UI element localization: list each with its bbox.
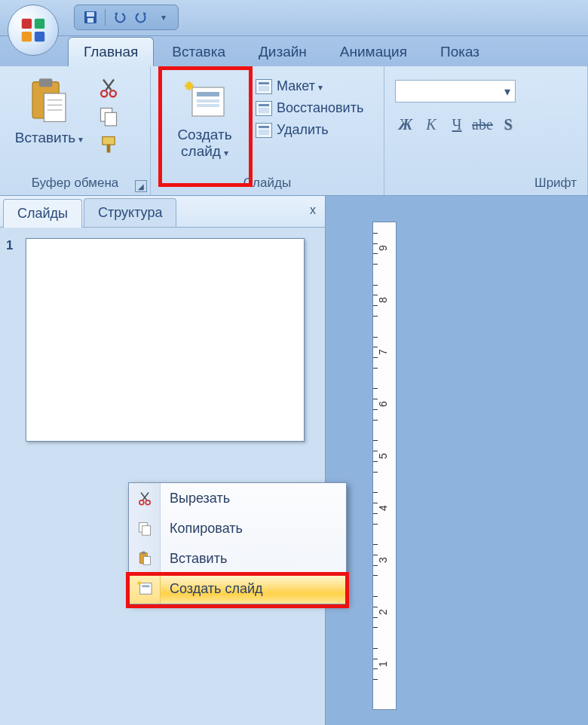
context-menu: Вырезать Копировать Вставить Создать сла… bbox=[128, 482, 347, 604]
svg-rect-31 bbox=[142, 585, 149, 587]
group-clipboard: Вставить Буфер обмена ◢ bbox=[0, 66, 151, 195]
layout-icon bbox=[256, 79, 272, 94]
qat-customize-icon[interactable] bbox=[154, 9, 170, 26]
ruler-mark: 8 bbox=[377, 297, 389, 303]
reset-button[interactable]: Восстановить bbox=[256, 100, 363, 116]
workspace: Слайды Структура x 1 123456789 bbox=[0, 196, 588, 725]
strikethrough-button[interactable]: abe bbox=[472, 113, 493, 136]
ruler-mark: 4 bbox=[377, 505, 389, 511]
paste-icon bbox=[137, 551, 152, 566]
context-new-slide-label: Создать слайд bbox=[161, 581, 262, 597]
svg-rect-0 bbox=[22, 19, 32, 29]
svg-rect-1 bbox=[35, 19, 44, 29]
title-bar bbox=[0, 0, 588, 36]
svg-point-23 bbox=[139, 500, 143, 505]
delete-label: Удалить bbox=[277, 122, 329, 138]
context-paste-label: Вставить bbox=[161, 551, 227, 567]
bold-button[interactable]: Ж bbox=[395, 113, 416, 136]
svg-rect-21 bbox=[197, 99, 219, 102]
layout-label: Макет bbox=[277, 78, 323, 94]
svg-rect-28 bbox=[141, 552, 145, 554]
delete-button[interactable]: Удалить bbox=[256, 122, 363, 138]
context-new-slide[interactable]: Создать слайд bbox=[129, 574, 346, 604]
group-slides-title: Слайды bbox=[158, 174, 376, 194]
svg-rect-6 bbox=[87, 18, 93, 23]
svg-rect-9 bbox=[44, 93, 66, 121]
svg-rect-3 bbox=[35, 32, 44, 41]
tab-home[interactable]: Главная bbox=[68, 37, 154, 66]
paste-icon bbox=[24, 77, 74, 127]
pane-close-icon[interactable]: x bbox=[310, 203, 316, 217]
underline-button[interactable]: Ч bbox=[446, 113, 467, 136]
tab-slideshow[interactable]: Показ bbox=[425, 38, 495, 66]
group-font: ▾ Ж К Ч abe S Шрифт bbox=[384, 66, 588, 195]
redo-icon[interactable] bbox=[133, 9, 149, 26]
svg-point-13 bbox=[101, 90, 107, 96]
clipboard-launcher-icon[interactable]: ◢ bbox=[135, 180, 147, 192]
new-slide-button[interactable]: Создать слайд bbox=[161, 71, 248, 160]
separator bbox=[105, 9, 106, 26]
ribbon-tabs: Главная Вставка Дизайн Анимация Показ bbox=[0, 36, 588, 66]
quick-access-toolbar bbox=[74, 5, 179, 30]
svg-rect-17 bbox=[103, 137, 115, 145]
svg-rect-2 bbox=[22, 32, 32, 41]
svg-rect-29 bbox=[143, 557, 150, 565]
vertical-ruler: 123456789 bbox=[372, 222, 397, 710]
ruler-mark: 6 bbox=[377, 401, 389, 407]
ribbon: Вставить Буфер обмена ◢ bbox=[0, 66, 588, 196]
cut-icon[interactable] bbox=[98, 77, 119, 98]
svg-rect-18 bbox=[107, 145, 111, 153]
cut-icon bbox=[137, 491, 152, 506]
slides-outline-pane: Слайды Структура x 1 bbox=[0, 196, 326, 725]
context-paste[interactable]: Вставить bbox=[129, 543, 346, 574]
pane-tabs: Слайды Структура x bbox=[0, 196, 325, 228]
ruler-mark: 1 bbox=[377, 661, 389, 667]
paste-button[interactable]: Вставить bbox=[8, 71, 90, 146]
svg-rect-8 bbox=[39, 78, 53, 87]
ruler-mark: 3 bbox=[377, 557, 389, 563]
pane-tab-outline[interactable]: Структура bbox=[84, 198, 176, 227]
group-font-title: Шрифт bbox=[395, 174, 580, 194]
font-name-combo[interactable]: ▾ bbox=[395, 80, 516, 102]
svg-rect-30 bbox=[139, 583, 151, 595]
text-shadow-button[interactable]: S bbox=[498, 113, 519, 136]
slide-thumbnails[interactable]: 1 bbox=[0, 228, 325, 725]
chevron-down-icon: ▾ bbox=[504, 84, 510, 99]
reset-icon bbox=[256, 101, 272, 116]
ruler-mark: 7 bbox=[377, 349, 389, 355]
slide-thumb-number: 1 bbox=[6, 238, 13, 253]
slide-edit-area[interactable]: 123456789 bbox=[326, 196, 588, 725]
new-slide-label: Создать слайд bbox=[161, 127, 248, 160]
tab-insert[interactable]: Вставка bbox=[157, 38, 240, 66]
svg-point-24 bbox=[145, 500, 150, 505]
office-button[interactable] bbox=[8, 5, 59, 56]
svg-rect-20 bbox=[197, 92, 219, 96]
context-cut-label: Вырезать bbox=[161, 491, 230, 506]
undo-icon[interactable] bbox=[112, 9, 128, 26]
ruler-mark: 9 bbox=[377, 246, 389, 252]
svg-rect-22 bbox=[197, 104, 219, 107]
paste-label: Вставить bbox=[8, 130, 90, 146]
svg-rect-5 bbox=[87, 12, 94, 17]
context-cut[interactable]: Вырезать bbox=[129, 483, 346, 513]
reset-label: Восстановить bbox=[277, 100, 363, 116]
context-copy[interactable]: Копировать bbox=[129, 513, 346, 543]
svg-rect-26 bbox=[142, 526, 150, 536]
delete-icon bbox=[256, 123, 272, 138]
save-icon[interactable] bbox=[82, 9, 99, 26]
ruler-mark: 2 bbox=[377, 609, 389, 615]
svg-point-14 bbox=[110, 90, 116, 96]
context-copy-label: Копировать bbox=[161, 521, 243, 537]
group-clipboard-title: Буфер обмена bbox=[8, 174, 142, 194]
format-painter-icon[interactable] bbox=[98, 134, 119, 155]
slide-thumbnail-1[interactable] bbox=[26, 238, 305, 442]
office-logo-icon bbox=[19, 16, 47, 44]
italic-button[interactable]: К bbox=[421, 113, 442, 136]
layout-button[interactable]: Макет bbox=[256, 78, 363, 94]
tab-design[interactable]: Дизайн bbox=[243, 38, 322, 66]
pane-tab-slides[interactable]: Слайды bbox=[3, 199, 82, 228]
copy-icon[interactable] bbox=[98, 106, 119, 127]
ruler-mark: 5 bbox=[377, 453, 389, 459]
tab-animation[interactable]: Анимация bbox=[325, 38, 422, 66]
copy-icon bbox=[137, 521, 152, 536]
